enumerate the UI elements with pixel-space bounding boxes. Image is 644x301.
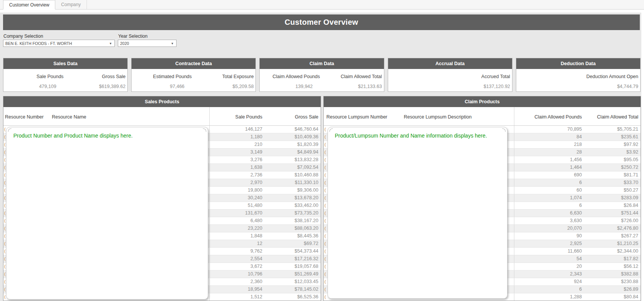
row-amount-cell: $13,678.20 <box>262 194 321 202</box>
right-scrollbar-track[interactable] <box>641 10 644 301</box>
col-header-gross-sale[interactable]: Gross Sale <box>262 107 321 125</box>
masked-text-fragment: ( <box>324 127 326 131</box>
row-amount-cell: $95.05 <box>582 156 641 163</box>
sales-products-table: Sales Products Resource Number Resource … <box>3 96 321 301</box>
row-pounds-cell: 1,464 <box>514 164 582 171</box>
measure-value: $5,209.58 <box>194 84 256 89</box>
summary-measure: Deduction Amount Open$4,744.79 <box>516 74 640 91</box>
year-filter-label: Year Selection <box>118 34 148 39</box>
row-amount-cell: $78,145.02 <box>262 286 321 293</box>
summary-card-title: Claim Data <box>260 58 384 69</box>
row-pounds-cell: 90 <box>514 232 582 240</box>
masked-text-fragment: ( <box>324 173 326 177</box>
masked-text-fragment: ( <box>324 280 326 284</box>
row-pounds-cell: 11,660 <box>514 248 582 255</box>
summary-measure: Claim Allowed Pounds139,942 <box>260 74 322 91</box>
row-pounds-cell: 6 <box>514 202 582 209</box>
tab-customer-overview[interactable]: Customer Overview <box>3 0 55 10</box>
measure-value: 139,942 <box>260 84 322 89</box>
row-amount-cell: $50.27 <box>582 187 641 194</box>
col-header-lumpsum-description[interactable]: Resource Lumpsum Description <box>404 114 472 125</box>
row-pounds-cell: 10,796 <box>209 271 262 278</box>
masked-text-fragment: ( <box>324 203 326 208</box>
corner-curl-icon <box>8 128 11 132</box>
masked-text-fragment: ( <box>324 196 326 200</box>
sales-products-body: (146,127$46,760.64(1,180$10,409.36(210$1… <box>3 126 321 301</box>
col-header-lumpsum-number[interactable]: Resource Lumpsum Number <box>326 114 404 125</box>
row-pounds-cell: 18,954 <box>209 286 262 293</box>
measure-label: Claim Allowed Total <box>322 74 384 79</box>
row-pounds-cell: 20 <box>514 263 582 270</box>
masked-text-fragment: ( <box>324 226 326 231</box>
row-amount-cell: $10,460.88 <box>262 171 321 179</box>
page-title: Customer Overview <box>3 14 640 30</box>
col-header-sale-pounds[interactable]: Sale Pounds <box>209 107 262 125</box>
company-filter-dropdown[interactable]: BEN E. KEITH FOODS - FT. WORTH ▼ <box>3 40 115 47</box>
dashboard-root: Customer Overview Company Customer Overv… <box>0 0 644 301</box>
row-amount-cell: $726.00 <box>582 217 641 224</box>
row-amount-cell: $81.71 <box>582 171 641 179</box>
measure-label: Deduction Amount Open <box>516 74 640 79</box>
row-pounds-cell: 2,925 <box>514 240 582 247</box>
row-pounds-cell: 6 <box>514 179 582 186</box>
row-pounds-cell: 3,630 <box>514 217 582 224</box>
row-pounds-cell: 1,512 <box>209 293 262 301</box>
row-pounds-cell: 1,456 <box>514 156 582 163</box>
chevron-down-icon: ▼ <box>109 42 112 45</box>
row-amount-cell: $19,057.68 <box>262 263 321 270</box>
row-amount-cell: $33,462.00 <box>262 202 321 209</box>
summary-card-body: Claim Allowed Pounds139,942Claim Allowed… <box>260 69 384 91</box>
measure-value: $4,744.79 <box>516 84 640 89</box>
row-pounds-cell: 2,343 <box>514 271 582 278</box>
col-header-claim-allowed-pounds[interactable]: Claim Allowed Pounds <box>514 107 582 125</box>
masked-text-fragment: ( <box>324 181 326 185</box>
row-pounds-cell: 3,149 <box>209 149 262 156</box>
row-amount-cell: $46,760.64 <box>262 126 321 133</box>
row-amount-cell: $751.44 <box>582 210 641 217</box>
row-amount-cell: $1,820.39 <box>262 141 321 148</box>
measure-label: Gross Sale <box>66 74 128 79</box>
sales-products-note: Product Number and Product Name displays… <box>6 127 208 139</box>
masked-text-fragment: ( <box>324 219 326 223</box>
year-filter-dropdown[interactable]: 2020 ▼ <box>118 40 177 47</box>
company-filter-label: Company Selection <box>3 34 43 39</box>
row-amount-cell: $54,373.44 <box>262 248 321 255</box>
row-pounds-cell: 6 <box>514 286 582 293</box>
row-amount-cell: $267.27 <box>582 232 641 240</box>
col-header-resource-number[interactable]: Resource Number <box>5 114 52 125</box>
summary-card-title: Sales Data <box>3 58 127 69</box>
summary-card: Accrual DataAccrued Total$137,120.92 <box>388 58 512 92</box>
masked-text-fragment: ( <box>324 249 326 253</box>
summary-card: Sales DataSale Pounds479,109Gross Sale$6… <box>3 58 128 92</box>
col-header-claim-allowed-total[interactable]: Claim Allowed Total <box>582 107 641 125</box>
measure-value: $21,133.63 <box>322 84 384 89</box>
masked-text-fragment: ( <box>324 142 326 147</box>
col-header-resource-name[interactable]: Resource Name <box>52 114 86 125</box>
row-amount-cell: $230.88 <box>582 278 641 285</box>
row-pounds-cell: 2,554 <box>209 255 262 263</box>
company-filter-value: BEN E. KEITH FOODS - FT. WORTH <box>5 41 72 46</box>
row-pounds-cell: 210 <box>209 141 262 148</box>
summary-card-body: Deduction Amount Open$4,744.79 <box>516 69 640 91</box>
row-pounds-cell: 2,970 <box>209 179 262 186</box>
tab-company[interactable]: Company <box>55 0 87 9</box>
row-amount-cell: $2,476.80 <box>582 225 641 232</box>
row-amount-cell: $88,063.20 <box>262 225 321 232</box>
claim-products-mask-tooltip: Product/Lumpsum Number and Name informat… <box>328 127 507 299</box>
summary-card-title: Deduction Data <box>516 58 640 69</box>
row-pounds-cell: 12 <box>209 240 262 247</box>
sales-products-title: Sales Products <box>3 96 321 107</box>
summary-card-body: Sale Pounds479,109Gross Sale$619,389.62 <box>3 69 127 91</box>
measure-label: Estimated Pounds <box>132 74 194 79</box>
row-pounds-cell: 3,276 <box>209 156 262 163</box>
row-pounds-cell: 84 <box>514 133 582 141</box>
measure-value: $137,120.92 <box>388 84 512 89</box>
masked-text-fragment: ( <box>324 234 326 238</box>
row-amount-cell: $56.12 <box>582 263 641 270</box>
row-amount-cell: $13,832.28 <box>262 156 321 163</box>
row-amount-cell: $97.92 <box>582 141 641 148</box>
masked-text-fragment: ( <box>324 242 326 246</box>
row-pounds-cell: 131,670 <box>209 210 262 217</box>
summary-measure: Gross Sale$619,389.62 <box>66 74 128 91</box>
row-amount-cell: $38,167.20 <box>262 217 321 224</box>
